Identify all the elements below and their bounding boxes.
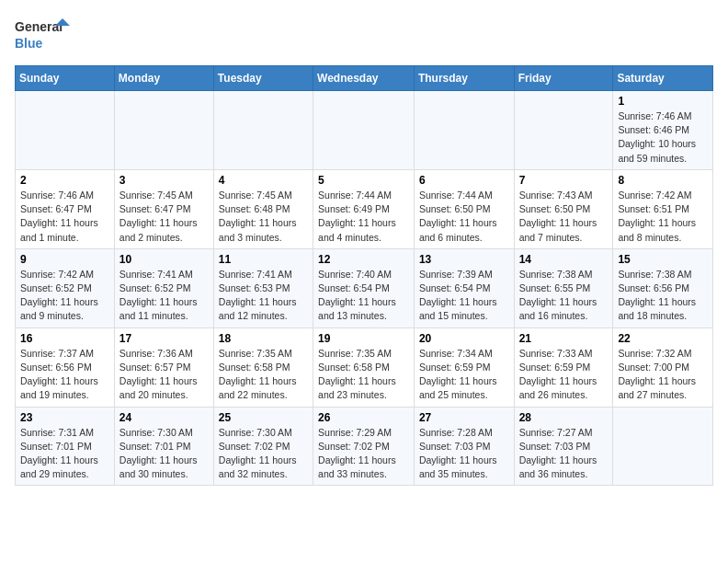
weekday-header-saturday: Saturday [613, 66, 713, 91]
day-number: 3 [119, 174, 209, 187]
calendar-cell: 3Sunrise: 7:45 AM Sunset: 6:47 PM Daylig… [114, 169, 213, 248]
calendar-cell: 5Sunrise: 7:44 AM Sunset: 6:49 PM Daylig… [313, 169, 415, 248]
day-number: 22 [618, 332, 708, 345]
calendar-cell: 14Sunrise: 7:38 AM Sunset: 6:55 PM Dayli… [514, 248, 613, 327]
svg-text:General: General [15, 19, 63, 34]
calendar-cell: 9Sunrise: 7:42 AM Sunset: 6:52 PM Daylig… [16, 248, 115, 327]
day-details: Sunrise: 7:46 AM Sunset: 6:46 PM Dayligh… [618, 109, 708, 166]
day-number: 23 [20, 411, 109, 424]
day-number: 14 [519, 253, 609, 266]
day-details: Sunrise: 7:44 AM Sunset: 6:49 PM Dayligh… [318, 189, 409, 245]
day-number: 9 [20, 253, 109, 266]
calendar-cell [114, 91, 213, 170]
day-number: 28 [519, 411, 609, 424]
day-number: 8 [618, 174, 708, 187]
day-details: Sunrise: 7:35 AM Sunset: 6:58 PM Dayligh… [318, 347, 409, 403]
calendar-cell: 1Sunrise: 7:46 AM Sunset: 6:46 PM Daylig… [613, 91, 713, 170]
day-number: 5 [318, 174, 409, 187]
calendar-cell: 26Sunrise: 7:29 AM Sunset: 7:02 PM Dayli… [313, 407, 415, 486]
calendar-week-row: 2Sunrise: 7:46 AM Sunset: 6:47 PM Daylig… [16, 169, 713, 248]
calendar-cell [514, 91, 613, 170]
weekday-header-wednesday: Wednesday [313, 66, 415, 91]
calendar-cell: 19Sunrise: 7:35 AM Sunset: 6:58 PM Dayli… [313, 327, 415, 407]
calendar-cell: 6Sunrise: 7:44 AM Sunset: 6:50 PM Daylig… [414, 169, 514, 248]
calendar-header: SundayMondayTuesdayWednesdayThursdayFrid… [16, 66, 713, 91]
calendar-cell: 13Sunrise: 7:39 AM Sunset: 6:54 PM Dayli… [414, 248, 514, 327]
day-details: Sunrise: 7:30 AM Sunset: 7:01 PM Dayligh… [119, 426, 209, 482]
day-number: 24 [119, 411, 209, 424]
day-details: Sunrise: 7:27 AM Sunset: 7:03 PM Dayligh… [519, 426, 609, 482]
weekday-header-friday: Friday [514, 66, 613, 91]
day-details: Sunrise: 7:39 AM Sunset: 6:54 PM Dayligh… [419, 268, 509, 324]
calendar-cell: 2Sunrise: 7:46 AM Sunset: 6:47 PM Daylig… [16, 169, 115, 248]
calendar-cell: 16Sunrise: 7:37 AM Sunset: 6:56 PM Dayli… [16, 327, 115, 407]
calendar-week-row: 16Sunrise: 7:37 AM Sunset: 6:56 PM Dayli… [16, 327, 713, 407]
day-details: Sunrise: 7:28 AM Sunset: 7:03 PM Dayligh… [419, 426, 509, 482]
day-details: Sunrise: 7:42 AM Sunset: 6:52 PM Dayligh… [20, 268, 109, 324]
weekday-header-tuesday: Tuesday [213, 66, 313, 91]
logo-icon: GeneralBlue [15, 15, 70, 56]
day-number: 13 [419, 253, 509, 266]
day-number: 27 [419, 411, 509, 424]
day-number: 26 [318, 411, 409, 424]
calendar-cell [313, 91, 415, 170]
day-details: Sunrise: 7:43 AM Sunset: 6:50 PM Dayligh… [519, 189, 609, 245]
calendar-cell [16, 91, 115, 170]
calendar-cell: 18Sunrise: 7:35 AM Sunset: 6:58 PM Dayli… [213, 327, 313, 407]
calendar-cell [613, 407, 713, 486]
calendar-cell: 12Sunrise: 7:40 AM Sunset: 6:54 PM Dayli… [313, 248, 415, 327]
calendar-week-row: 23Sunrise: 7:31 AM Sunset: 7:01 PM Dayli… [16, 407, 713, 486]
calendar-cell: 17Sunrise: 7:36 AM Sunset: 6:57 PM Dayli… [114, 327, 213, 407]
day-details: Sunrise: 7:38 AM Sunset: 6:55 PM Dayligh… [519, 268, 609, 324]
calendar-cell: 28Sunrise: 7:27 AM Sunset: 7:03 PM Dayli… [514, 407, 613, 486]
weekday-header-sunday: Sunday [16, 66, 115, 91]
day-number: 17 [119, 332, 209, 345]
day-details: Sunrise: 7:33 AM Sunset: 6:59 PM Dayligh… [519, 347, 609, 403]
day-number: 16 [20, 332, 109, 345]
weekday-header-monday: Monday [114, 66, 213, 91]
day-number: 12 [318, 253, 409, 266]
day-details: Sunrise: 7:38 AM Sunset: 6:56 PM Dayligh… [618, 268, 708, 324]
day-details: Sunrise: 7:45 AM Sunset: 6:48 PM Dayligh… [219, 189, 308, 245]
day-details: Sunrise: 7:41 AM Sunset: 6:52 PM Dayligh… [119, 268, 209, 324]
calendar-cell: 10Sunrise: 7:41 AM Sunset: 6:52 PM Dayli… [114, 248, 213, 327]
day-number: 10 [119, 253, 209, 266]
calendar-cell: 20Sunrise: 7:34 AM Sunset: 6:59 PM Dayli… [414, 327, 514, 407]
calendar-cell: 8Sunrise: 7:42 AM Sunset: 6:51 PM Daylig… [613, 169, 713, 248]
day-details: Sunrise: 7:35 AM Sunset: 6:58 PM Dayligh… [219, 347, 308, 403]
calendar-body: 1Sunrise: 7:46 AM Sunset: 6:46 PM Daylig… [16, 91, 713, 486]
day-details: Sunrise: 7:44 AM Sunset: 6:50 PM Dayligh… [419, 189, 509, 245]
calendar-cell: 22Sunrise: 7:32 AM Sunset: 7:00 PM Dayli… [613, 327, 713, 407]
day-number: 20 [419, 332, 509, 345]
calendar-week-row: 9Sunrise: 7:42 AM Sunset: 6:52 PM Daylig… [16, 248, 713, 327]
day-details: Sunrise: 7:29 AM Sunset: 7:02 PM Dayligh… [318, 426, 409, 482]
day-number: 6 [419, 174, 509, 187]
day-number: 19 [318, 332, 409, 345]
day-details: Sunrise: 7:45 AM Sunset: 6:47 PM Dayligh… [119, 189, 209, 245]
calendar-cell: 4Sunrise: 7:45 AM Sunset: 6:48 PM Daylig… [213, 169, 313, 248]
calendar-cell: 23Sunrise: 7:31 AM Sunset: 7:01 PM Dayli… [16, 407, 115, 486]
day-number: 25 [219, 411, 308, 424]
calendar-cell: 21Sunrise: 7:33 AM Sunset: 6:59 PM Dayli… [514, 327, 613, 407]
day-number: 18 [219, 332, 308, 345]
calendar-cell: 11Sunrise: 7:41 AM Sunset: 6:53 PM Dayli… [213, 248, 313, 327]
day-number: 4 [219, 174, 308, 187]
day-details: Sunrise: 7:34 AM Sunset: 6:59 PM Dayligh… [419, 347, 509, 403]
calendar-cell: 24Sunrise: 7:30 AM Sunset: 7:01 PM Dayli… [114, 407, 213, 486]
day-details: Sunrise: 7:36 AM Sunset: 6:57 PM Dayligh… [119, 347, 209, 403]
calendar-cell: 7Sunrise: 7:43 AM Sunset: 6:50 PM Daylig… [514, 169, 613, 248]
day-number: 21 [519, 332, 609, 345]
calendar-table: SundayMondayTuesdayWednesdayThursdayFrid… [15, 65, 713, 486]
day-details: Sunrise: 7:41 AM Sunset: 6:53 PM Dayligh… [219, 268, 308, 324]
calendar-cell: 15Sunrise: 7:38 AM Sunset: 6:56 PM Dayli… [613, 248, 713, 327]
day-number: 1 [618, 95, 708, 108]
day-details: Sunrise: 7:31 AM Sunset: 7:01 PM Dayligh… [20, 426, 109, 482]
day-details: Sunrise: 7:46 AM Sunset: 6:47 PM Dayligh… [20, 189, 109, 245]
weekday-header-thursday: Thursday [414, 66, 514, 91]
header: GeneralBlue [15, 15, 713, 56]
weekday-header-row: SundayMondayTuesdayWednesdayThursdayFrid… [16, 66, 713, 91]
day-number: 2 [20, 174, 109, 187]
calendar-week-row: 1Sunrise: 7:46 AM Sunset: 6:46 PM Daylig… [16, 91, 713, 170]
day-details: Sunrise: 7:37 AM Sunset: 6:56 PM Dayligh… [20, 347, 109, 403]
day-number: 7 [519, 174, 609, 187]
